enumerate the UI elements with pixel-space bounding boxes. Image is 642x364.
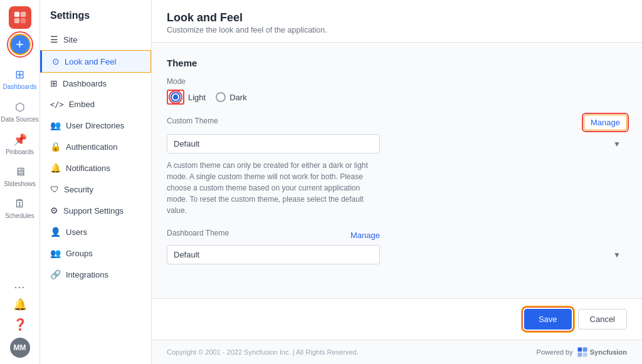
dashboard-theme-select-wrap: Default ▼ bbox=[167, 245, 627, 264]
sidebar-item-look-and-feel[interactable]: ⊙ Look and Feel bbox=[40, 50, 151, 73]
security-icon: 🛡 bbox=[50, 184, 59, 194]
svg-rect-2 bbox=[14, 18, 19, 23]
powered-by-text: Powered by bbox=[537, 348, 573, 356]
radio-dark-label: Dark bbox=[229, 93, 246, 102]
svg-rect-0 bbox=[14, 12, 19, 17]
sidebar-item-support-settings-label: Support Settings bbox=[63, 206, 124, 216]
save-button[interactable]: Save bbox=[524, 309, 572, 330]
mode-radio-group: Light Dark bbox=[167, 90, 627, 105]
svg-rect-6 bbox=[577, 353, 582, 357]
nav-slideshows[interactable]: 🖥 Slideshows bbox=[0, 160, 39, 192]
sidebar-item-groups[interactable]: 👥 Groups bbox=[40, 242, 151, 264]
nav-pinboards[interactable]: 📌 Pinboards bbox=[0, 128, 39, 160]
sidebar-item-notifications-label: Notifications bbox=[66, 164, 110, 173]
more-button[interactable]: ... bbox=[14, 278, 25, 291]
nav-schedules-label: Schedules bbox=[5, 212, 34, 219]
user-avatar[interactable]: MM bbox=[10, 338, 30, 358]
sidebar-item-groups-label: Groups bbox=[66, 249, 93, 258]
sidebar-item-support-settings[interactable]: ⚙ Support Settings bbox=[40, 200, 151, 221]
sidebar-item-dashboards[interactable]: ⊞ Dashboards bbox=[40, 73, 151, 94]
nav-schedules[interactable]: 🗓 Schedules bbox=[0, 192, 39, 224]
nav-data-sources[interactable]: ⬡ Data Sources bbox=[0, 95, 39, 128]
nav-dashboards-label: Dashboards bbox=[3, 83, 37, 90]
sidebar-item-dashboards-label: Dashboards bbox=[63, 79, 107, 88]
app-logo bbox=[9, 6, 31, 29]
radio-light-label: Light bbox=[188, 93, 206, 102]
settings-title: Settings bbox=[40, 10, 151, 29]
support-settings-icon: ⚙ bbox=[50, 205, 58, 216]
plus-icon: + bbox=[16, 38, 24, 51]
icon-nav-bottom: ... 🔔 ❓ MM bbox=[10, 278, 30, 364]
syncfusion-brand: Syncfusion bbox=[590, 348, 627, 356]
syncfusion-logo: Syncfusion bbox=[577, 346, 627, 358]
custom-theme-row: Custom Theme Manage bbox=[167, 115, 627, 130]
sidebar-item-notifications[interactable]: 🔔 Notifications bbox=[40, 157, 151, 179]
copyright-bar: Copyright © 2001 - 2022 Syncfusion Inc. … bbox=[152, 340, 642, 364]
dashboards-icon: ⊞ bbox=[15, 68, 24, 81]
sidebar-item-integrations[interactable]: 🔗 Integrations bbox=[40, 264, 151, 285]
svg-rect-3 bbox=[20, 18, 25, 23]
dashboards-menu-icon: ⊞ bbox=[50, 78, 58, 88]
dashboard-theme-select[interactable]: Default bbox=[167, 245, 380, 264]
groups-icon: 👥 bbox=[50, 248, 61, 258]
users-icon: 👤 bbox=[50, 227, 61, 237]
mode-label: Mode bbox=[167, 77, 627, 86]
sidebar-item-site[interactable]: ☰ Site bbox=[40, 29, 151, 50]
sidebar-item-look-and-feel-label: Look and Feel bbox=[65, 57, 116, 66]
nav-dashboards[interactable]: ⊞ Dashboards bbox=[0, 63, 39, 95]
custom-theme-select-wrap: Default ▼ bbox=[167, 134, 627, 153]
sidebar-item-embed-label: Embed bbox=[69, 100, 95, 109]
dashboard-theme-label: Dashboard Theme bbox=[167, 229, 229, 237]
svg-rect-7 bbox=[582, 353, 587, 357]
svg-rect-5 bbox=[582, 348, 587, 352]
svg-rect-1 bbox=[20, 12, 25, 17]
page-subtitle: Customize the look and feel of the appli… bbox=[167, 26, 627, 34]
sidebar-item-embed[interactable]: </> Embed bbox=[40, 94, 151, 115]
svg-rect-4 bbox=[577, 348, 582, 352]
dashboard-theme-manage-link[interactable]: Manage bbox=[350, 231, 380, 240]
radio-dark-circle bbox=[216, 92, 226, 102]
sidebar-item-security[interactable]: 🛡 Security bbox=[40, 179, 151, 200]
sidebar-item-security-label: Security bbox=[64, 185, 93, 194]
custom-theme-select-arrow: ▼ bbox=[613, 140, 621, 148]
radio-dark-option[interactable]: Dark bbox=[216, 92, 246, 102]
cancel-button[interactable]: Cancel bbox=[578, 309, 627, 330]
main-body: Theme Mode Light Dark Custom Theme Manag… bbox=[152, 43, 642, 298]
site-icon: ☰ bbox=[50, 34, 58, 44]
add-button[interactable]: + bbox=[9, 34, 31, 55]
help-icon[interactable]: ❓ bbox=[13, 318, 27, 331]
schedules-icon: 🗓 bbox=[14, 197, 26, 211]
embed-icon: </> bbox=[50, 100, 64, 109]
icon-nav: + ⊞ Dashboards ⬡ Data Sources 📌 Pinboard… bbox=[0, 0, 40, 364]
sidebar-item-user-directories[interactable]: 👥 User Directories bbox=[40, 115, 151, 136]
dashboard-theme-select-arrow: ▼ bbox=[613, 251, 621, 259]
custom-theme-info: A custom theme can only be created for e… bbox=[167, 160, 380, 216]
custom-theme-select[interactable]: Default bbox=[167, 134, 380, 153]
custom-theme-label: Custom Theme bbox=[167, 117, 218, 125]
custom-theme-manage-link[interactable]: Manage bbox=[584, 115, 627, 130]
sidebar-item-users[interactable]: 👤 Users bbox=[40, 221, 151, 242]
dashboard-theme-row: Dashboard Theme Manage bbox=[167, 229, 380, 241]
save-button-wrapper: Save bbox=[524, 309, 572, 330]
slideshows-icon: 🖥 bbox=[14, 165, 26, 179]
sidebar-item-authentication-label: Authentication bbox=[66, 142, 117, 152]
nav-pinboards-label: Pinboards bbox=[6, 148, 34, 155]
sidebar-item-authentication[interactable]: 🔒 Authentication bbox=[40, 136, 151, 157]
nav-data-sources-label: Data Sources bbox=[1, 116, 39, 123]
theme-section-title: Theme bbox=[167, 58, 627, 68]
integrations-icon: 🔗 bbox=[50, 269, 61, 279]
footer-actions: Save Cancel bbox=[152, 298, 642, 340]
radio-light-option[interactable]: Light bbox=[167, 90, 206, 105]
page-title: Look and Feel bbox=[167, 11, 627, 24]
look-and-feel-icon: ⊙ bbox=[52, 56, 60, 66]
settings-sidebar: Settings ☰ Site ⊙ Look and Feel ⊞ Dashbo… bbox=[40, 0, 152, 364]
data-sources-icon: ⬡ bbox=[15, 100, 25, 114]
sidebar-item-site-label: Site bbox=[63, 35, 77, 44]
main-header: Look and Feel Customize the look and fee… bbox=[152, 0, 642, 43]
user-directories-icon: 👥 bbox=[50, 120, 61, 130]
authentication-icon: 🔒 bbox=[50, 142, 61, 152]
radio-light-circle bbox=[171, 92, 181, 102]
main-content: Look and Feel Customize the look and fee… bbox=[152, 0, 642, 364]
notifications-icon: 🔔 bbox=[50, 163, 61, 173]
bell-icon[interactable]: 🔔 bbox=[13, 298, 27, 311]
